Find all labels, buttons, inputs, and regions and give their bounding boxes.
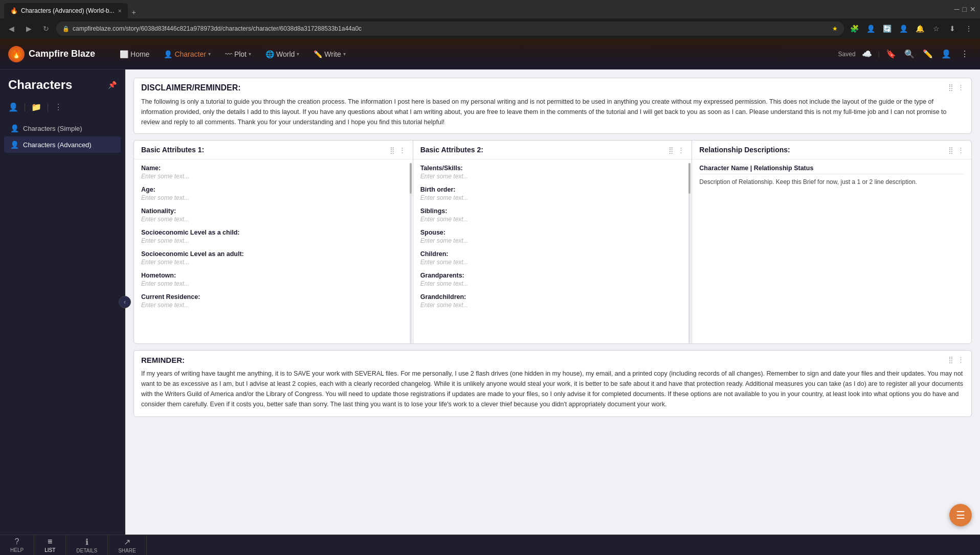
- field-socio-child-value[interactable]: Enter some text...: [141, 237, 406, 244]
- browser-tab-active[interactable]: 🔥 Characters (Advanced) (World-b... ✕: [4, 3, 128, 18]
- disclaimer-more-icon[interactable]: ⋮: [957, 83, 964, 91]
- field-nationality-value[interactable]: Enter some text...: [141, 216, 406, 223]
- field-birth-order-label: Birth order:: [420, 186, 685, 193]
- plot-icon: 〰: [225, 50, 232, 58]
- forward-btn[interactable]: ▶: [21, 21, 36, 36]
- field-siblings-value[interactable]: Enter some text...: [420, 216, 685, 223]
- logo-icon: 🔥: [8, 46, 25, 62]
- col2-drag-icon[interactable]: ⣿: [669, 146, 674, 154]
- col2-title: Basic Attributes 2:: [420, 146, 483, 154]
- toolbar-share-btn[interactable]: ↗ SHARE: [108, 535, 146, 556]
- field-birth-order: Birth order: Enter some text...: [420, 186, 685, 201]
- sidebar-collapse-btn[interactable]: ‹: [119, 296, 131, 308]
- home-icon: ⬜: [120, 50, 128, 58]
- field-children-label: Children:: [420, 250, 685, 258]
- nav-write[interactable]: ✏️ Write ▾: [307, 47, 351, 61]
- toolbar-details-label: DETAILS: [76, 548, 97, 553]
- address-bar[interactable]: 🔒 campfireblaze.com/story/6038d83f446c82…: [56, 21, 844, 36]
- floating-action-btn[interactable]: ☰: [949, 504, 972, 526]
- edit-header-icon[interactable]: ✏️: [921, 47, 935, 61]
- col1-drag-icon[interactable]: ⣿: [390, 146, 395, 154]
- col2-scrollbar[interactable]: [688, 163, 691, 343]
- field-talents-value[interactable]: Enter some text...: [420, 173, 685, 180]
- sidebar-item-simple[interactable]: 👤 Characters (Simple): [4, 120, 121, 136]
- field-current-residence-label: Current Residence:: [141, 293, 406, 300]
- nav-home[interactable]: ⬜ Home: [114, 47, 155, 61]
- field-grandparents-value[interactable]: Enter some text...: [420, 280, 685, 287]
- extensions-icon[interactable]: 🧩: [847, 21, 861, 36]
- field-birth-order-value[interactable]: Enter some text...: [420, 194, 685, 201]
- col3-drag-icon[interactable]: ⣿: [948, 146, 953, 154]
- app-logo[interactable]: 🔥 Campfire Blaze: [8, 46, 95, 62]
- field-grandchildren-value[interactable]: Enter some text...: [420, 302, 685, 309]
- profile-icon[interactable]: 👤: [863, 21, 878, 36]
- disclaimer-body: The following is only a tutorial to guid…: [134, 97, 971, 133]
- field-children: Children: Enter some text...: [420, 250, 685, 266]
- nav-character[interactable]: 👤 Character ▾: [158, 47, 216, 61]
- field-age-value[interactable]: Enter some text...: [141, 194, 406, 201]
- reminder-drag-icon[interactable]: ⣿: [948, 356, 953, 363]
- settings-dots-icon[interactable]: ⋮: [962, 21, 976, 36]
- character-arrow-icon: ▾: [208, 51, 211, 57]
- saved-label: Saved: [838, 51, 856, 58]
- app-name: Campfire Blaze: [29, 49, 95, 59]
- user-icon[interactable]: 👤: [896, 21, 910, 36]
- nav-world[interactable]: 🌐 World ▾: [259, 47, 305, 61]
- app-header: 🔥 Campfire Blaze ⬜ Home 👤 Character ▾ 〰 …: [0, 39, 980, 70]
- sidebar-folder-icon[interactable]: 📁: [31, 102, 41, 112]
- browser-nav-bar: ◀ ▶ ↻ 🔒 campfireblaze.com/story/6038d83f…: [0, 18, 980, 39]
- nav-plot[interactable]: 〰 Plot ▾: [219, 47, 257, 61]
- bookmark-star-icon[interactable]: ☆: [929, 21, 943, 36]
- col1-scrollbar[interactable]: [410, 163, 412, 343]
- sidebar-item-advanced[interactable]: 👤 Characters (Advanced): [4, 136, 121, 153]
- reminder-card: REMINDER: ⣿ ⋮ If my years of writing hav…: [133, 350, 972, 417]
- app-nav: ⬜ Home 👤 Character ▾ 〰 Plot ▾ 🌐 World ▾ …: [114, 47, 828, 61]
- simple-person-icon: 👤: [10, 124, 19, 132]
- pin-icon[interactable]: 📌: [108, 81, 117, 89]
- field-socio-adult-value[interactable]: Enter some text...: [141, 259, 406, 266]
- field-spouse: Spouse: Enter some text...: [420, 229, 685, 244]
- reminder-more-icon[interactable]: ⋮: [957, 356, 964, 363]
- bell-icon[interactable]: 🔔: [912, 21, 927, 36]
- field-name-value[interactable]: Enter some text...: [141, 173, 406, 180]
- details-icon: ℹ: [85, 537, 88, 547]
- field-spouse-value[interactable]: Enter some text...: [420, 237, 685, 244]
- more-options-icon[interactable]: ⋮: [957, 47, 972, 61]
- col-panel-1: Basic Attributes 1: ⣿ ⋮ Name: Enter some…: [134, 141, 413, 343]
- cloud-icon[interactable]: ☁️: [860, 47, 874, 61]
- col1-more-icon[interactable]: ⋮: [399, 146, 406, 154]
- field-hometown-value[interactable]: Enter some text...: [141, 280, 406, 287]
- floating-btn-icon: ☰: [956, 509, 965, 521]
- search-header-icon[interactable]: 🔍: [902, 47, 917, 61]
- minimize-btn[interactable]: ─: [954, 5, 960, 13]
- toolbar-details-btn[interactable]: ℹ DETAILS: [66, 535, 108, 556]
- sidebar-person-icon[interactable]: 👤: [8, 102, 18, 112]
- disclaimer-drag-icon[interactable]: ⣿: [948, 83, 953, 91]
- field-children-value[interactable]: Enter some text...: [420, 259, 685, 266]
- toolbar-list-btn[interactable]: ≡ LIST: [34, 535, 66, 556]
- download-icon[interactable]: ⬇: [945, 21, 960, 36]
- disclaimer-card: DISCLAIMER/REMINDER: ⣿ ⋮ The following i…: [133, 78, 972, 134]
- field-name: Name: Enter some text...: [141, 165, 406, 180]
- sidebar-divider-2: [48, 103, 48, 111]
- sidebar-more-icon[interactable]: ⋮: [54, 102, 62, 112]
- restore-btn[interactable]: □: [963, 5, 967, 13]
- field-grandchildren: Grandchildren: Enter some text...: [420, 293, 685, 309]
- nav-plot-label: Plot: [234, 50, 247, 58]
- col3-more-icon[interactable]: ⋮: [957, 146, 964, 154]
- tab-close-btn[interactable]: ✕: [118, 8, 122, 14]
- close-btn[interactable]: ✕: [970, 5, 976, 13]
- account-icon[interactable]: 👤: [939, 47, 953, 61]
- sync-icon[interactable]: 🔄: [880, 21, 894, 36]
- col2-more-icon[interactable]: ⋮: [678, 146, 684, 154]
- browser-tabs: 🔥 Characters (Advanced) (World-b... ✕ +: [4, 0, 140, 18]
- field-nationality: Nationality: Enter some text...: [141, 207, 406, 223]
- toolbar-help-btn[interactable]: ? HELP: [0, 535, 34, 556]
- bookmark-header-icon[interactable]: 🔖: [884, 47, 898, 61]
- list-icon: ≡: [48, 537, 52, 546]
- field-current-residence-value[interactable]: Enter some text...: [141, 302, 406, 309]
- back-btn[interactable]: ◀: [4, 21, 18, 36]
- field-grandparents: Grandparents: Enter some text...: [420, 272, 685, 287]
- new-tab-btn[interactable]: +: [128, 6, 140, 18]
- refresh-btn[interactable]: ↻: [39, 21, 53, 36]
